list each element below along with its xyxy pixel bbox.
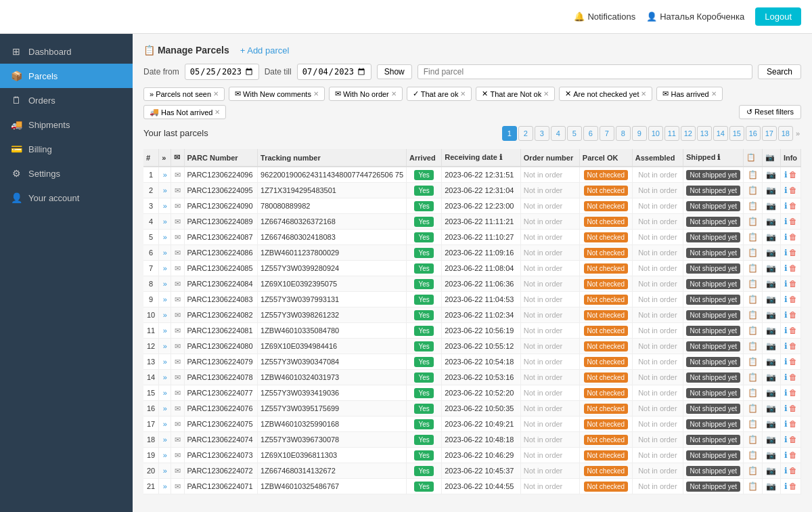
mail-icon[interactable]: ✉ [175, 264, 181, 272]
info-icon[interactable]: ℹ [784, 326, 788, 335]
list-icon[interactable]: 📋 [748, 388, 758, 398]
mail-icon[interactable]: ✉ [175, 249, 181, 257]
list-icon[interactable]: 📋 [748, 217, 758, 226]
show-button[interactable]: Show [377, 64, 412, 79]
expand-icon[interactable]: » [163, 264, 167, 272]
logout-button[interactable]: Logout [755, 7, 801, 26]
list-icon[interactable]: 📋 [748, 310, 758, 320]
camera-icon[interactable]: 📷 [766, 248, 776, 257]
expand-icon[interactable]: » [163, 217, 167, 226]
page-num-13[interactable]: 13 [697, 126, 712, 141]
list-icon[interactable]: 📋 [748, 341, 758, 351]
page-num-9[interactable]: 9 [632, 126, 647, 141]
camera-icon[interactable]: 📷 [766, 295, 776, 304]
delete-icon[interactable]: 🗑 [789, 201, 797, 211]
camera-icon[interactable]: 📷 [766, 388, 776, 398]
pagination-more[interactable]: » [794, 129, 801, 137]
delete-icon[interactable]: 🗑 [789, 404, 797, 413]
delete-icon[interactable]: 🗑 [789, 170, 797, 179]
filter-has-arrived[interactable]: ✉ Has arrived ✕ [656, 87, 722, 101]
expand-icon[interactable]: » [163, 404, 167, 412]
mail-icon[interactable]: ✉ [175, 435, 181, 444]
list-icon[interactable]: 📋 [748, 186, 758, 195]
info-icon[interactable]: ℹ [784, 170, 788, 179]
info-icon[interactable]: ℹ [784, 341, 788, 351]
delete-icon[interactable]: 🗑 [789, 450, 797, 460]
camera-icon[interactable]: 📷 [766, 186, 776, 195]
list-icon[interactable]: 📋 [748, 170, 758, 179]
expand-icon[interactable]: » [163, 482, 167, 490]
list-icon[interactable]: 📋 [748, 450, 758, 460]
mail-icon[interactable]: ✉ [175, 373, 181, 381]
expand-icon[interactable]: » [163, 311, 167, 319]
delete-icon[interactable]: 🗑 [789, 310, 797, 320]
mail-icon[interactable]: ✉ [175, 202, 181, 210]
camera-icon[interactable]: 📷 [766, 201, 776, 211]
camera-icon[interactable]: 📷 [766, 279, 776, 289]
list-icon[interactable]: 📋 [748, 466, 758, 475]
list-icon[interactable]: 📋 [748, 404, 758, 413]
mail-icon[interactable]: ✉ [175, 280, 181, 288]
mail-icon[interactable]: ✉ [175, 482, 181, 490]
camera-icon[interactable]: 📷 [766, 357, 776, 366]
info-icon[interactable]: ℹ [784, 263, 788, 273]
info-icon[interactable]: ℹ [784, 201, 788, 211]
mail-icon[interactable]: ✉ [175, 171, 181, 179]
camera-icon[interactable]: 📷 [766, 170, 776, 179]
camera-icon[interactable]: 📷 [766, 263, 776, 273]
filter-ok[interactable]: ✓ That are ok ✕ [407, 87, 472, 101]
page-num-5[interactable]: 5 [567, 126, 582, 141]
page-num-16[interactable]: 16 [746, 126, 761, 141]
camera-icon[interactable]: 📷 [766, 435, 776, 444]
delete-icon[interactable]: 🗑 [789, 217, 797, 226]
expand-icon[interactable]: » [163, 202, 167, 210]
list-icon[interactable]: 📋 [748, 232, 758, 242]
search-button[interactable]: Search [758, 64, 801, 79]
page-num-3[interactable]: 3 [535, 126, 549, 141]
sidebar-item-account[interactable]: 👤 Your account [0, 186, 133, 210]
mail-icon[interactable]: ✉ [175, 404, 181, 412]
expand-icon[interactable]: » [163, 373, 167, 381]
page-num-11[interactable]: 11 [664, 126, 679, 141]
list-icon[interactable]: 📋 [748, 482, 758, 491]
reset-filters-button[interactable]: ↺ Reset filters [739, 105, 801, 119]
page-num-10[interactable]: 10 [648, 126, 663, 141]
expand-icon[interactable]: » [163, 342, 167, 350]
expand-icon[interactable]: » [163, 451, 167, 459]
delete-icon[interactable]: 🗑 [789, 263, 797, 273]
info-icon[interactable]: ℹ [784, 310, 788, 320]
list-icon[interactable]: 📋 [748, 248, 758, 257]
delete-icon[interactable]: 🗑 [789, 482, 797, 491]
info-icon[interactable]: ℹ [784, 419, 788, 429]
page-num-2[interactable]: 2 [518, 126, 533, 141]
camera-icon[interactable]: 📷 [766, 450, 776, 460]
delete-icon[interactable]: 🗑 [789, 388, 797, 398]
notifications-button[interactable]: 🔔 Notifications [574, 12, 635, 22]
expand-icon[interactable]: » [163, 358, 167, 366]
camera-icon[interactable]: 📷 [766, 326, 776, 335]
date-from-input[interactable] [185, 64, 259, 80]
delete-icon[interactable]: 🗑 [789, 326, 797, 335]
expand-icon[interactable]: » [163, 467, 167, 475]
expand-icon[interactable]: » [163, 186, 167, 194]
sidebar-item-orders[interactable]: 🗒 Orders [0, 88, 133, 112]
delete-icon[interactable]: 🗑 [789, 248, 797, 257]
sidebar-item-settings[interactable]: ⚙ Settings [0, 161, 133, 186]
info-icon[interactable]: ℹ [784, 217, 788, 226]
expand-icon[interactable]: » [163, 326, 167, 335]
mail-icon[interactable]: ✉ [175, 233, 181, 241]
list-icon[interactable]: 📋 [748, 435, 758, 444]
page-num-14[interactable]: 14 [713, 126, 728, 141]
list-icon[interactable]: 📋 [748, 372, 758, 382]
page-num-15[interactable]: 15 [729, 126, 744, 141]
mail-icon[interactable]: ✉ [175, 358, 181, 366]
camera-icon[interactable]: 📷 [766, 466, 776, 475]
camera-icon[interactable]: 📷 [766, 372, 776, 382]
info-icon[interactable]: ℹ [784, 232, 788, 242]
expand-icon[interactable]: » [163, 389, 167, 397]
filter-not-checked[interactable]: ✕ Are not checked yet ✕ [559, 87, 652, 101]
filter-not-arrived[interactable]: 🚚 Has Not arrived ✕ [143, 105, 226, 119]
mail-icon[interactable]: ✉ [175, 342, 181, 350]
expand-icon[interactable]: » [163, 420, 167, 428]
date-till-input[interactable] [297, 64, 371, 80]
